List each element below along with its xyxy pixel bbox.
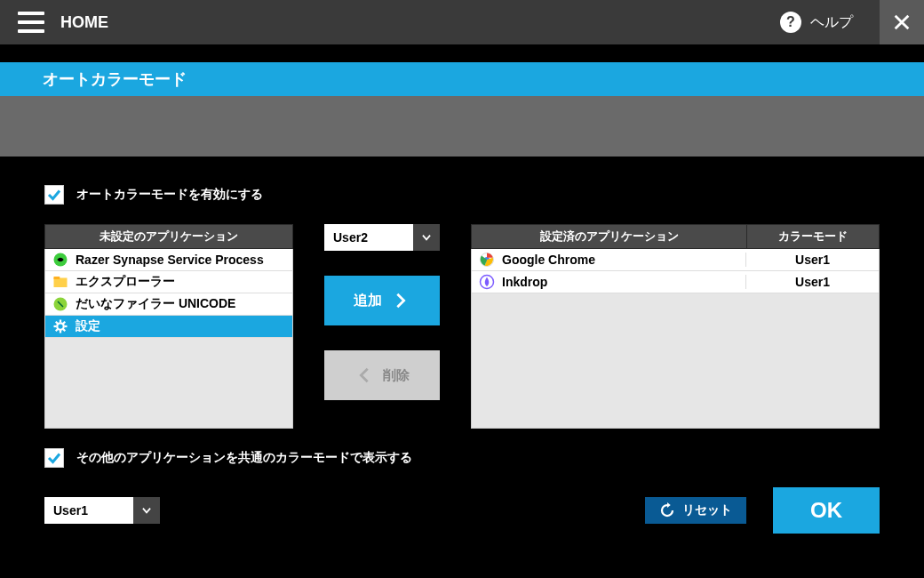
list-item[interactable]: 設定 (45, 316, 292, 338)
check-icon (46, 187, 62, 203)
set-apps-panel: 設定済のアプリケーション カラーモード Google ChromeUser1In… (471, 224, 880, 429)
unset-apps-header: 未設定のアプリケーション (44, 224, 293, 249)
svg-rect-1 (54, 278, 68, 288)
ok-button-label: OK (810, 498, 842, 523)
remove-button: 削除 (324, 350, 440, 400)
app-icon (52, 318, 68, 334)
chevron-right-icon (391, 291, 410, 310)
add-button[interactable]: 追加 (324, 276, 440, 325)
svg-line-9 (56, 322, 58, 324)
table-row[interactable]: InkdropUser1 (472, 271, 879, 293)
mode-dropdown[interactable]: User2 (324, 224, 440, 251)
chevron-down-icon (413, 224, 440, 251)
middle-controls: User2 追加 削除 (293, 224, 471, 400)
other-checkbox-row: その他のアプリケーションを共通のカラーモードで表示する (44, 448, 880, 468)
app-icon (52, 296, 68, 312)
set-apps-list[interactable]: Google ChromeUser1InkdropUser1 (471, 249, 880, 429)
app-name: Google Chrome (502, 253, 595, 267)
close-icon (892, 12, 912, 32)
help-label[interactable]: ヘルプ (810, 13, 853, 32)
menu-button[interactable] (18, 12, 44, 33)
add-button-label: 追加 (354, 292, 382, 310)
app-name: 設定 (76, 318, 100, 334)
common-mode-dropdown[interactable]: User1 (44, 497, 160, 524)
svg-point-4 (57, 323, 64, 330)
svg-rect-2 (54, 277, 60, 279)
app-name: Inkdrop (502, 275, 547, 289)
mode-dropdown-value: User2 (324, 224, 413, 251)
refresh-icon (659, 502, 675, 518)
common-mode-dropdown-value: User1 (44, 497, 133, 524)
ok-button[interactable]: OK (773, 487, 880, 534)
page-title: オートカラーモード (0, 62, 924, 96)
help-icon[interactable]: ? (780, 12, 801, 33)
app-icon (479, 274, 495, 290)
remove-button-label: 削除 (383, 367, 410, 384)
app-icon (479, 252, 495, 268)
list-item[interactable]: Razer Synapse Service Process (45, 249, 292, 271)
svg-line-12 (56, 329, 58, 331)
app-mode: User1 (745, 253, 879, 267)
sub-banner (0, 96, 924, 157)
svg-line-10 (63, 329, 65, 331)
other-checkbox[interactable] (44, 448, 64, 468)
table-row[interactable]: Google ChromeUser1 (472, 249, 879, 271)
close-button[interactable] (880, 0, 924, 44)
home-label[interactable]: HOME (60, 13, 108, 32)
enable-checkbox-label: オートカラーモードを有効にする (76, 187, 263, 203)
reset-button-label: リセット (682, 502, 732, 518)
reset-button[interactable]: リセット (645, 497, 746, 524)
app-icon (52, 252, 68, 268)
check-icon (46, 450, 62, 466)
svg-line-11 (63, 322, 65, 324)
enable-checkbox-row: オートカラーモードを有効にする (44, 185, 880, 205)
topbar: HOME ? ヘルプ (0, 0, 924, 44)
app-mode: User1 (745, 275, 879, 289)
chevron-down-icon (133, 497, 160, 524)
app-name: エクスプローラー (76, 274, 175, 290)
list-item[interactable]: エクスプローラー (45, 271, 292, 293)
list-item[interactable]: だいなファイラー UNICODE (45, 293, 292, 316)
app-icon (52, 274, 68, 290)
color-mode-header: カラーモード (746, 224, 880, 249)
app-name: Razer Synapse Service Process (76, 253, 264, 267)
set-apps-header: 設定済のアプリケーション (471, 224, 746, 249)
unset-apps-list[interactable]: Razer Synapse Service Processエクスプローラーだいな… (44, 249, 293, 429)
enable-checkbox[interactable] (44, 185, 64, 205)
chevron-left-icon (354, 365, 374, 385)
unset-apps-panel: 未設定のアプリケーション Razer Synapse Service Proce… (44, 224, 293, 429)
app-name: だいなファイラー UNICODE (76, 296, 235, 312)
other-checkbox-label: その他のアプリケーションを共通のカラーモードで表示する (76, 450, 412, 466)
